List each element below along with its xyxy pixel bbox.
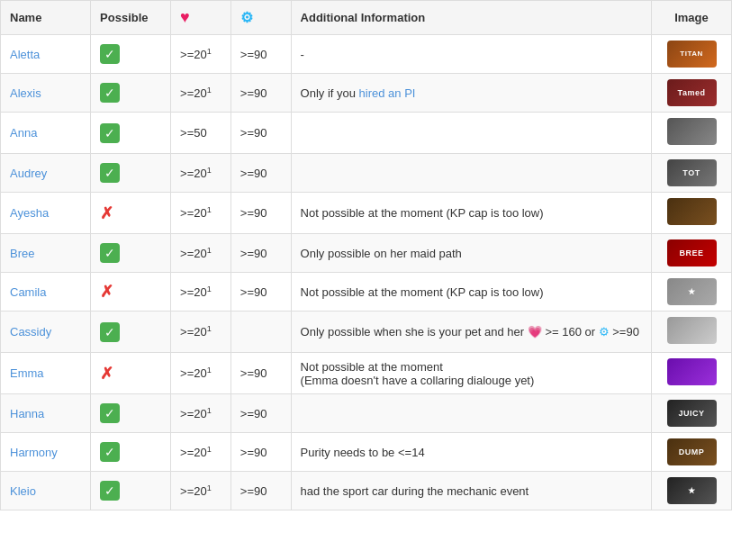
heart-value: >=201	[171, 312, 231, 353]
collar-image: Tamed	[667, 79, 717, 106]
info-link[interactable]: hired an PI	[359, 86, 416, 100]
name-link[interactable]: Bree	[10, 247, 34, 260]
heart-value: >=201	[171, 154, 231, 193]
cross-icon: ✗	[100, 364, 113, 384]
collar-image: ★	[667, 278, 717, 305]
image-cell: TOT	[652, 154, 732, 193]
check-icon: ✓	[100, 123, 120, 143]
collar-value: >=90	[230, 353, 291, 394]
heart-value: >=201	[171, 353, 231, 394]
header-possible: Possible	[91, 1, 171, 35]
heart-value: >=201	[171, 472, 231, 510]
heart-value: >=201	[171, 234, 231, 273]
collar-image	[667, 317, 717, 344]
info-cell: Not possible at the moment (KP cap is to…	[291, 273, 651, 312]
image-cell	[652, 353, 732, 394]
collar-image: DUMP	[667, 438, 717, 465]
heart-value: >=201	[171, 74, 231, 113]
info-cell	[291, 113, 651, 154]
collar-value: >=90	[230, 154, 291, 193]
heart-value: >=201	[171, 35, 231, 74]
name-link[interactable]: Emma	[10, 366, 44, 380]
header-image: Image	[652, 1, 732, 35]
collar-value: >=90	[230, 113, 291, 154]
heart-value: >=50	[171, 113, 231, 154]
name-link[interactable]: Camila	[10, 285, 46, 299]
collar-image	[667, 198, 717, 225]
info-cell: Only possible when she is your pet and h…	[291, 312, 651, 353]
table-row: Kleio✓>=201>=90had the sport car during …	[1, 472, 732, 510]
info-cell: Only possible on her maid path	[291, 234, 651, 273]
image-cell: ★	[652, 472, 732, 510]
table-row: Hanna✓>=201>=90JUICY	[1, 394, 732, 433]
collar-value: >=90	[230, 193, 291, 234]
collar-value: >=90	[230, 234, 291, 273]
name-link[interactable]: Alexis	[10, 86, 41, 100]
heart-value: >=201	[171, 433, 231, 472]
check-icon: ✓	[100, 83, 120, 103]
check-icon: ✓	[100, 243, 120, 263]
info-cell	[291, 154, 651, 193]
check-icon: ✓	[100, 44, 120, 64]
image-cell: ★	[652, 273, 732, 312]
check-icon: ✓	[100, 442, 120, 462]
info-cell: Not possible at the moment(Emma doesn't …	[291, 353, 651, 394]
table-row: Audrey✓>=201>=90TOT	[1, 154, 732, 193]
table-row: Harmony✓>=201>=90Purity needs to be <=14…	[1, 433, 732, 472]
collar-value: >=90	[230, 472, 291, 510]
info-cell: had the sport car during the mechanic ev…	[291, 472, 651, 510]
image-cell: TITAN	[652, 35, 732, 74]
image-cell: DUMP	[652, 433, 732, 472]
collar-image: BREE	[667, 239, 717, 266]
name-link[interactable]: Kleio	[10, 484, 36, 498]
collar-value: >=90	[230, 273, 291, 312]
table-row: Emma✗>=201>=90Not possible at the moment…	[1, 353, 732, 394]
image-cell	[652, 193, 732, 234]
table-row: Cassidy✓>=201Only possible when she is y…	[1, 312, 732, 353]
info-cell: -	[291, 35, 651, 74]
cross-icon: ✗	[100, 282, 113, 302]
collar-image: ★	[667, 477, 717, 504]
table-row: Camila✗>=201>=90Not possible at the mome…	[1, 273, 732, 312]
image-cell	[652, 113, 732, 154]
collaring-table: Name Possible ♥ ⚙ Additional Information…	[0, 0, 732, 510]
table-row: Aletta✓>=201>=90-TITAN	[1, 35, 732, 74]
collar-value	[230, 312, 291, 353]
name-link[interactable]: Audrey	[10, 167, 47, 180]
name-link[interactable]: Anna	[10, 126, 37, 140]
info-cell: Only if you hired an PI	[291, 74, 651, 113]
name-link[interactable]: Harmony	[10, 446, 58, 459]
header-name: Name	[1, 1, 91, 35]
collar-value: >=90	[230, 74, 291, 113]
table-row: Ayesha✗>=201>=90Not possible at the mome…	[1, 193, 732, 234]
image-cell	[652, 312, 732, 353]
collar-image	[667, 118, 717, 145]
check-icon: ✓	[100, 403, 120, 423]
collar-image	[667, 358, 717, 385]
header-heart: ♥	[171, 1, 231, 35]
header-collar: ⚙	[230, 1, 291, 35]
collar-value: >=90	[230, 394, 291, 433]
collar-value: >=90	[230, 433, 291, 472]
collar-image: TOT	[667, 159, 717, 186]
check-icon: ✓	[100, 322, 120, 342]
info-cell: Not possible at the moment (KP cap is to…	[291, 193, 651, 234]
collar-value: >=90	[230, 35, 291, 74]
heart-icon: ♥	[180, 8, 190, 26]
image-cell: JUICY	[652, 394, 732, 433]
check-icon: ✓	[100, 481, 120, 501]
table-row: Bree✓>=201>=90Only possible on her maid …	[1, 234, 732, 273]
info-cell	[291, 394, 651, 433]
name-link[interactable]: Ayesha	[10, 206, 49, 220]
name-link[interactable]: Aletta	[10, 48, 40, 61]
heart-value: >=201	[171, 394, 231, 433]
info-cell: Purity needs to be <=14	[291, 433, 651, 472]
table-row: Anna✓>=50>=90	[1, 113, 732, 154]
heart-value: >=201	[171, 273, 231, 312]
collar-image: JUICY	[667, 400, 717, 427]
image-cell: BREE	[652, 234, 732, 273]
name-link[interactable]: Hanna	[10, 407, 44, 420]
table-row: Alexis✓>=201>=90Only if you hired an PIT…	[1, 74, 732, 113]
image-cell: Tamed	[652, 74, 732, 113]
name-link[interactable]: Cassidy	[10, 325, 51, 339]
